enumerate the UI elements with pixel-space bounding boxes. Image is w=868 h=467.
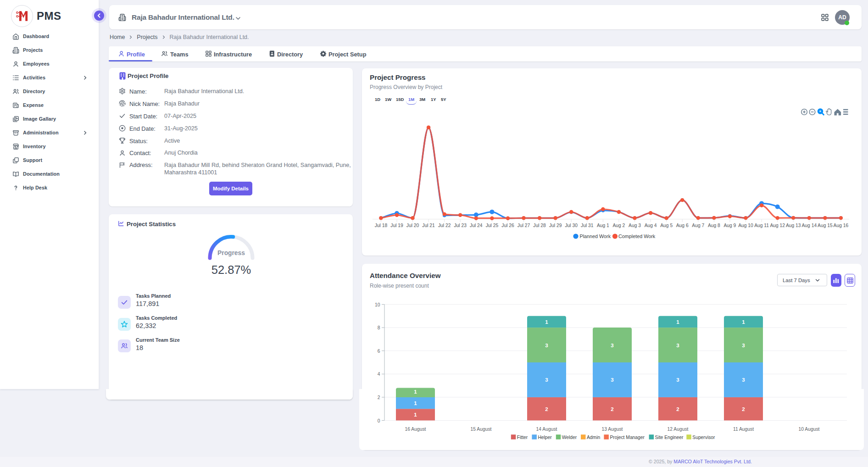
svg-text:3: 3 [611,343,613,348]
svg-text:3: 3 [742,377,745,383]
svg-text:2: 2 [545,406,548,412]
svg-text:Jul 28: Jul 28 [533,223,546,228]
svg-text:2: 2 [378,395,380,400]
svg-text:10 August: 10 August [799,427,820,432]
svg-text:3: 3 [676,343,679,348]
svg-text:2: 2 [611,406,613,412]
svg-text:3: 3 [545,343,548,348]
svg-text:0: 0 [378,418,380,423]
svg-text:Aug 2: Aug 2 [612,223,625,228]
svg-text:13 August: 13 August [602,427,623,432]
svg-text:1: 1 [742,319,745,325]
svg-text:Aug 12: Aug 12 [770,223,785,228]
svg-text:Welder: Welder [562,435,577,440]
svg-text:1: 1 [414,400,417,406]
svg-text:2: 2 [742,406,745,412]
svg-text:Aug 11: Aug 11 [754,223,769,228]
svg-text:Aug 5: Aug 5 [660,223,673,228]
svg-text:Jul 20: Jul 20 [406,223,419,228]
svg-text:10: 10 [375,302,380,307]
svg-text:Admin: Admin [587,435,600,440]
svg-text:Aug 10: Aug 10 [738,223,753,228]
svg-text:Jul 31: Jul 31 [581,223,594,228]
svg-text:12 August: 12 August [668,427,689,432]
svg-text:Jul 29: Jul 29 [549,223,562,228]
svg-text:3: 3 [676,377,679,383]
svg-text:Aug 14: Aug 14 [801,223,817,228]
svg-text:2: 2 [676,406,679,412]
svg-text:Aug 8: Aug 8 [708,223,720,228]
svg-text:1: 1 [414,412,417,417]
svg-text:Aug 1: Aug 1 [597,223,609,228]
svg-text:Jul 23: Jul 23 [454,223,467,228]
svg-text:Jul 25: Jul 25 [486,223,499,228]
svg-text:Completed Work: Completed Work [618,234,656,239]
svg-text:Planned Work: Planned Work [580,234,611,239]
svg-text:6: 6 [378,349,380,354]
svg-text:Supervisor: Supervisor [692,435,715,440]
svg-text:14 August: 14 August [536,427,557,432]
svg-text:Site Engineer: Site Engineer [655,435,684,440]
svg-text:8: 8 [378,325,380,330]
svg-text:Jul 26: Jul 26 [501,223,514,228]
svg-text:16 August: 16 August [405,427,426,432]
svg-text:Jul 30: Jul 30 [565,223,578,228]
svg-text:1: 1 [676,319,679,325]
svg-text:3: 3 [545,377,548,383]
svg-text:Aug 15: Aug 15 [818,223,833,228]
svg-text:Jul 19: Jul 19 [390,223,403,228]
svg-text:1: 1 [414,389,417,395]
svg-text:Jul 27: Jul 27 [517,223,530,228]
svg-text:Aug 13: Aug 13 [786,223,801,228]
svg-text:Fitter: Fitter [517,435,528,440]
svg-text:Aug 16: Aug 16 [834,223,849,228]
svg-text:Aug 6: Aug 6 [676,223,689,228]
svg-text:4: 4 [378,372,380,377]
svg-text:Aug 7: Aug 7 [692,223,704,228]
svg-text:Aug 4: Aug 4 [645,223,657,228]
svg-text:Aug 9: Aug 9 [723,223,736,228]
svg-text:Jul 22: Jul 22 [438,223,451,228]
svg-text:1: 1 [545,319,548,325]
svg-text:Project Manager: Project Manager [610,435,645,440]
svg-text:Jul 21: Jul 21 [422,223,435,228]
svg-text:15 August: 15 August [471,427,492,432]
svg-text:3: 3 [611,377,613,383]
svg-text:Helper: Helper [538,435,552,440]
svg-text:3: 3 [742,343,745,348]
svg-text:Jul 24: Jul 24 [470,223,483,228]
svg-text:11 August: 11 August [733,427,754,432]
svg-text:Jul 18: Jul 18 [375,223,388,228]
svg-text:Aug 3: Aug 3 [629,223,641,228]
